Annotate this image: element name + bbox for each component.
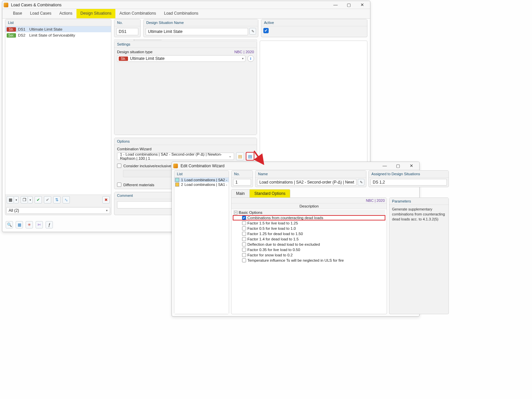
- wizard-code: NBC | 2020: [231, 198, 387, 203]
- tree-group-basic[interactable]: − Basic Options: [233, 210, 385, 215]
- tree-checkbox[interactable]: [242, 258, 246, 262]
- cw-label: Combination Wizard: [117, 147, 254, 151]
- tree-item-1[interactable]: Factor 1.5 for live load to 1.25: [233, 220, 385, 226]
- tree-checkbox[interactable]: [242, 253, 246, 257]
- ds-type-select[interactable]: Str. Ultimate Limit State ▾: [117, 55, 245, 62]
- ds-row-2[interactable]: Ser. DS2 Limit State of Serviceability: [5, 32, 111, 38]
- new-button[interactable]: ▦ ▾: [7, 196, 19, 203]
- wizard-close[interactable]: ✕: [405, 162, 418, 170]
- search-icon: 🔍: [7, 222, 12, 227]
- tree-item-0[interactable]: ✔Combinations from counteracting dead lo…: [233, 215, 385, 220]
- tree-item-label: Combinations from counteracting dead loa…: [247, 216, 323, 220]
- wizard-name-field[interactable]: Load combinations | SA2 - Second-order (…: [257, 179, 356, 186]
- wizard-maximize[interactable]: ▢: [391, 162, 405, 170]
- color-swatch-yellow: [175, 183, 179, 187]
- rename-button[interactable]: ✎: [249, 28, 256, 35]
- tree-item-label: Factor 1.25 for dead load to 1.50: [247, 232, 303, 236]
- main-tabs: Base Load Cases Actions Design Situation…: [2, 9, 370, 19]
- tree-checkbox[interactable]: [242, 221, 246, 225]
- renumber-icon: ²₁: [65, 198, 67, 202]
- tree-item-2[interactable]: Factor 0.5 for live load to 1.0: [233, 226, 385, 231]
- fn-tool[interactable]: ƒ: [46, 221, 53, 228]
- close-button[interactable]: ✕: [355, 1, 369, 9]
- chart-tool[interactable]: ▦: [16, 221, 23, 228]
- active-checkbox[interactable]: ✔: [263, 28, 269, 33]
- tree-checkbox[interactable]: [242, 237, 246, 241]
- check-icon: ✔: [37, 198, 40, 202]
- wizard-list-header: List: [174, 171, 229, 178]
- tree-item-6[interactable]: Factor 0.35 for live load to 0.50: [233, 247, 385, 252]
- wizard-list[interactable]: 1 Load combinations | SA2 - Secon 2 Load…: [174, 178, 229, 314]
- ds-tag-ser: Ser.: [7, 33, 16, 38]
- options-tree: − Basic Options ✔Combinations from count…: [231, 209, 387, 264]
- wizard-list-item-2[interactable]: 2 Load combinations | SA1 - Geom: [174, 182, 229, 187]
- settings-header: Settings: [114, 41, 257, 48]
- tree-item-label: Factor for snow load to 0.2: [247, 253, 293, 257]
- tree-checkbox[interactable]: [242, 242, 246, 246]
- wizard-rename-button[interactable]: ✎: [358, 179, 364, 186]
- window-title: Load Cases & Combinations: [10, 3, 329, 7]
- wizard-assigned-field[interactable]: DS 1,2: [370, 179, 447, 186]
- tree-checkbox[interactable]: [242, 248, 246, 252]
- copy-button[interactable]: ❐ ▾: [21, 196, 33, 203]
- tab-base[interactable]: Base: [9, 9, 26, 18]
- wizard-new-button[interactable]: ▤: [236, 152, 244, 160]
- tree-checkbox[interactable]: [242, 226, 246, 230]
- color-swatch-cyan: [175, 178, 179, 182]
- wizard-no-field[interactable]: 1: [233, 179, 251, 186]
- delete-button[interactable]: ✖: [102, 196, 110, 203]
- wizard-no-header: No.: [231, 171, 253, 178]
- wizard-minimize[interactable]: —: [378, 162, 391, 170]
- list-filter-dropdown[interactable]: All (2) ▾: [6, 207, 110, 214]
- wizard-tab-standard-options[interactable]: Standard Options: [250, 189, 290, 198]
- wizard-titlebar: Edit Combination Wizard — ▢ ✕: [172, 162, 419, 170]
- ds-list[interactable]: Str. DS1 Ultimate Limit State Ser. DS2 L…: [5, 26, 111, 195]
- tree-checkbox[interactable]: ✔: [242, 216, 246, 220]
- wizard-select[interactable]: 1 - Load combinations | SA2 - Second-ord…: [117, 153, 234, 160]
- wizard-list-item-1[interactable]: 1 Load combinations | SA2 - Secon: [174, 178, 229, 182]
- tree-item-5[interactable]: Deflection due to dead load to be exclud…: [233, 242, 385, 247]
- info-icon: i: [250, 57, 251, 61]
- wizard-title: Edit Combination Wizard: [179, 164, 378, 168]
- pencil-icon: ✎: [251, 29, 254, 34]
- clip-tool[interactable]: ✄: [36, 221, 43, 228]
- minimize-button[interactable]: —: [329, 1, 342, 9]
- uncheck-button[interactable]: ✔: [44, 196, 51, 203]
- sort-icon: ⇅: [55, 198, 59, 202]
- compass-tool[interactable]: ✳: [26, 221, 33, 228]
- no-field[interactable]: DS1: [116, 28, 138, 35]
- info-button[interactable]: i: [247, 55, 254, 62]
- sort-button[interactable]: ⇅: [53, 196, 61, 203]
- tree-item-7[interactable]: Factor for snow load to 0.2: [233, 252, 385, 258]
- chevron-down-icon: ▾: [242, 57, 244, 60]
- search-tool[interactable]: 🔍: [6, 221, 13, 228]
- renumber-button[interactable]: ²₁: [63, 196, 70, 203]
- pencil-icon: ✎: [360, 180, 363, 185]
- tab-action-combinations[interactable]: Action Combinations: [115, 9, 160, 18]
- tree-item-label: Temperature influence Ts will be neglect…: [247, 258, 344, 262]
- wizard-edit-button[interactable]: ▤: [246, 152, 254, 160]
- tree-item-3[interactable]: Factor 1.25 for dead load to 1.50: [233, 231, 385, 236]
- check-button[interactable]: ✔: [35, 196, 42, 203]
- ds-type-label: Design situation type: [117, 50, 153, 54]
- delete-icon: ✖: [104, 198, 108, 202]
- ds-row-1[interactable]: Str. DS1 Ultimate Limit State: [5, 26, 111, 32]
- tree-item-label: Factor 1.4 for dead load to 1.5: [247, 237, 299, 241]
- name-field[interactable]: Ultimate Limit State: [146, 28, 248, 35]
- tree-item-label: Deflection due to dead load to be exclud…: [247, 242, 320, 246]
- wizard-tab-main[interactable]: Main: [231, 189, 250, 198]
- maximize-button[interactable]: ▢: [342, 1, 355, 9]
- tab-actions[interactable]: Actions: [55, 9, 76, 18]
- collapse-icon: −: [234, 211, 237, 214]
- tree-checkbox[interactable]: [242, 232, 246, 236]
- new-icon: ▦: [9, 198, 12, 202]
- tree-item-8[interactable]: Temperature influence Ts will be neglect…: [233, 258, 385, 263]
- tab-load-cases[interactable]: Load Cases: [26, 9, 55, 18]
- list-header: List: [5, 19, 111, 26]
- name-header: Design Situation Name: [144, 19, 258, 26]
- tab-design-situations[interactable]: Design Situations: [76, 9, 115, 18]
- ds-type-tag: Str.: [119, 57, 128, 61]
- tree-item-4[interactable]: Factor 1.4 for dead load to 1.5: [233, 236, 385, 242]
- chart-icon: ▦: [18, 222, 21, 227]
- tab-load-combinations[interactable]: Load Combinations: [160, 9, 202, 18]
